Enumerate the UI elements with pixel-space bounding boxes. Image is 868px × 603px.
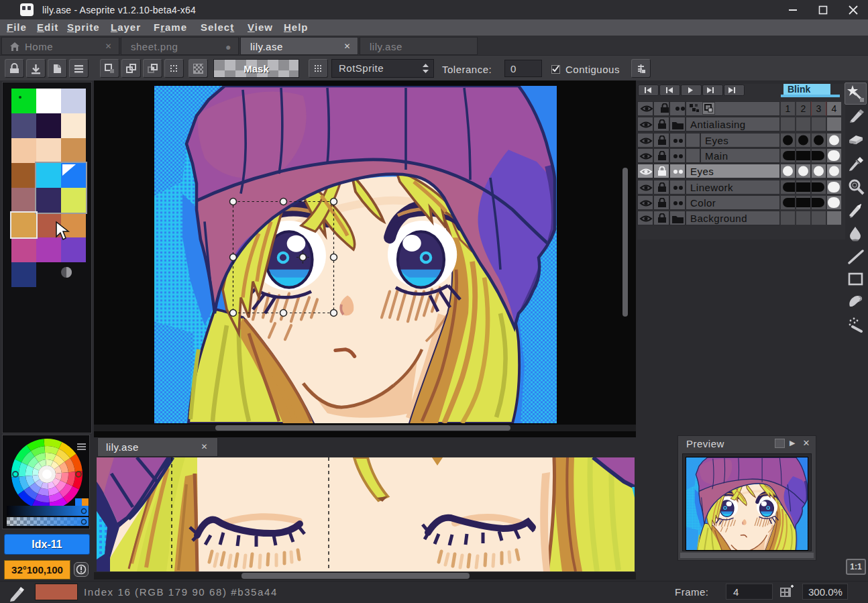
svg-text:Blink: Blink [788,84,810,95]
